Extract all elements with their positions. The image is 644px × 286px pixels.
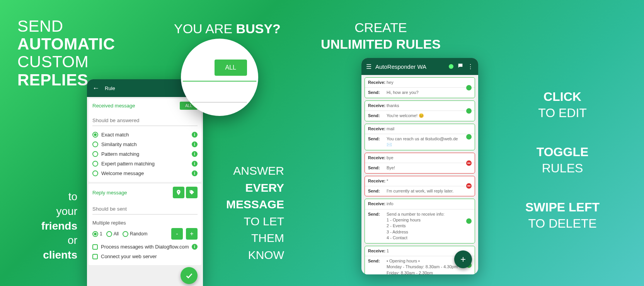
answer-word: ANSWER: [222, 162, 284, 179]
receive-label: Receive:: [368, 178, 387, 184]
option-label: Expert pattern matching: [101, 161, 155, 167]
option-label: Welcome message: [101, 170, 144, 176]
checkbox-icon: [92, 244, 98, 250]
send-label: Send:: [368, 90, 387, 95]
rule-card[interactable]: Receive:*Send:I'm currently at work, wil…: [365, 176, 475, 197]
radio-icon: [123, 231, 128, 237]
info-icon[interactable]: i: [192, 161, 198, 167]
appbar-title: AutoResponder WA: [375, 63, 426, 70]
sub-word: your: [17, 204, 77, 219]
send-label: Send:: [368, 113, 387, 119]
info-icon[interactable]: i: [192, 132, 198, 138]
received-input[interactable]: [92, 115, 198, 126]
receive-label: Receive:: [368, 155, 387, 161]
option-label: Similarity match: [101, 141, 137, 147]
receive-value: info: [387, 201, 472, 207]
rules-list-phone: ☰ AutoResponder WA ⋮ Receive:heySend:Hi,…: [361, 58, 478, 274]
tag-icon[interactable]: [186, 187, 198, 198]
magnifier: ALL: [181, 39, 258, 116]
checkbox-icon: [92, 254, 98, 259]
tagline-left-word: CUSTOM: [17, 53, 115, 71]
rule-card[interactable]: Receive:heySend:Hi, how are you?: [365, 77, 475, 98]
info-icon[interactable]: i: [192, 151, 198, 157]
right-thin: RULES: [499, 160, 626, 177]
match-option[interactable]: Expert pattern matching i: [92, 159, 198, 169]
receive-value: bye: [387, 155, 472, 161]
rule-toggle[interactable]: [466, 218, 472, 224]
right-bold: SWIPE LEFT: [499, 199, 626, 216]
rule-card[interactable]: Receive:thanksSend:You're welcome! 😊: [365, 100, 475, 121]
match-option[interactable]: Pattern matching i: [92, 149, 198, 159]
rule-card[interactable]: Receive:mailSend:You can reach us at tks…: [365, 124, 475, 150]
send-value: You can reach us at tkstudio@web.de ✉️: [387, 136, 472, 148]
plus-icon: +: [460, 254, 466, 265]
multi-opt[interactable]: All: [106, 231, 119, 237]
receive-label: Receive:: [368, 80, 387, 85]
match-option[interactable]: Exact match i: [92, 130, 198, 140]
radio-icon: [92, 151, 98, 157]
feedback-icon[interactable]: [457, 63, 463, 70]
radio-icon: [92, 231, 98, 237]
menu-icon[interactable]: ☰: [366, 63, 371, 70]
rule-toggle[interactable]: [466, 183, 472, 189]
answer-word: THEM: [222, 230, 284, 247]
sub-word: clients: [17, 248, 77, 262]
tagline-create: CREATE UNLIMITED RULES: [315, 19, 446, 52]
create-pre: CREATE: [315, 19, 446, 36]
match-option[interactable]: Welcome message i: [92, 169, 198, 178]
dialogflow-label: Process messages with Dialogflow.com: [101, 244, 189, 250]
multi-row: 1 All Random - +: [92, 227, 198, 242]
mag-underline: [186, 102, 247, 102]
multi-opt-label: 1: [100, 231, 102, 237]
reply-input[interactable]: [92, 204, 198, 214]
received-header: Received message: [92, 103, 135, 109]
webserver-label: Connect your web server: [101, 254, 157, 259]
tagline-left: SEND AUTOMATIC CUSTOM REPLIES: [17, 17, 115, 89]
multi-opt[interactable]: 1: [92, 231, 102, 237]
answer-word: MESSAGE: [222, 196, 284, 213]
rule-toggle[interactable]: [466, 108, 472, 114]
received-header-row: Received message ALL: [92, 102, 198, 113]
send-label: Send:: [368, 136, 387, 148]
appbar-title: Rule: [105, 85, 115, 91]
send-value: Send a number to receive info: 1 - Openi…: [387, 211, 472, 241]
reply-section: Reply message Multiple replies 1 All Ran…: [89, 184, 201, 265]
webserver-option[interactable]: Connect your web server: [92, 252, 198, 261]
more-icon[interactable]: ⋮: [467, 63, 474, 70]
mag-all-button[interactable]: ALL: [215, 60, 247, 76]
status-dot-icon[interactable]: [449, 64, 453, 69]
received-section: Received message ALL Exact match i Simil…: [89, 99, 201, 182]
radio-icon: [92, 161, 98, 167]
rule-toggle[interactable]: [466, 160, 472, 166]
info-icon[interactable]: i: [192, 244, 198, 250]
info-icon[interactable]: i: [192, 141, 198, 147]
send-value: Bye!: [387, 165, 472, 171]
info-icon[interactable]: i: [192, 170, 198, 176]
rule-card[interactable]: Receive:infoSend:Send a number to receiv…: [365, 199, 475, 243]
back-icon[interactable]: ←: [92, 84, 99, 92]
answer-word: TO LET: [222, 213, 284, 230]
minus-button[interactable]: -: [171, 228, 183, 240]
right-block: CLICK TO EDIT: [499, 89, 626, 121]
rule-card[interactable]: Receive:byeSend:Bye!: [365, 153, 475, 174]
dialogflow-option[interactable]: Process messages with Dialogflow.com i: [92, 242, 198, 252]
send-value: You're welcome! 😊: [387, 113, 472, 119]
option-label: Exact match: [101, 132, 129, 138]
tagline-right: CLICK TO EDIT TOGGLE RULES SWIPE LEFT TO…: [499, 89, 626, 255]
rule-toggle[interactable]: [466, 85, 472, 90]
multi-opt-label: All: [114, 231, 119, 237]
answer-word: KNOW: [222, 247, 284, 264]
tagline-left-sub: to your friends or clients: [17, 189, 77, 262]
add-rule-fab[interactable]: +: [454, 250, 472, 268]
plus-button[interactable]: +: [186, 228, 198, 240]
receive-value: thanks: [387, 103, 472, 109]
multi-opt[interactable]: Random: [123, 231, 147, 237]
rule-toggle[interactable]: [466, 134, 472, 140]
create-bold: UNLIMITED RULES: [315, 36, 446, 53]
match-option[interactable]: Similarity match i: [92, 140, 198, 149]
save-fab[interactable]: [181, 267, 198, 284]
right-thin: TO DELETE: [499, 216, 626, 232]
location-icon[interactable]: [173, 187, 184, 198]
tagline-left-word: AUTOMATIC: [17, 35, 115, 53]
multi-label: Multiple replies: [92, 218, 198, 227]
